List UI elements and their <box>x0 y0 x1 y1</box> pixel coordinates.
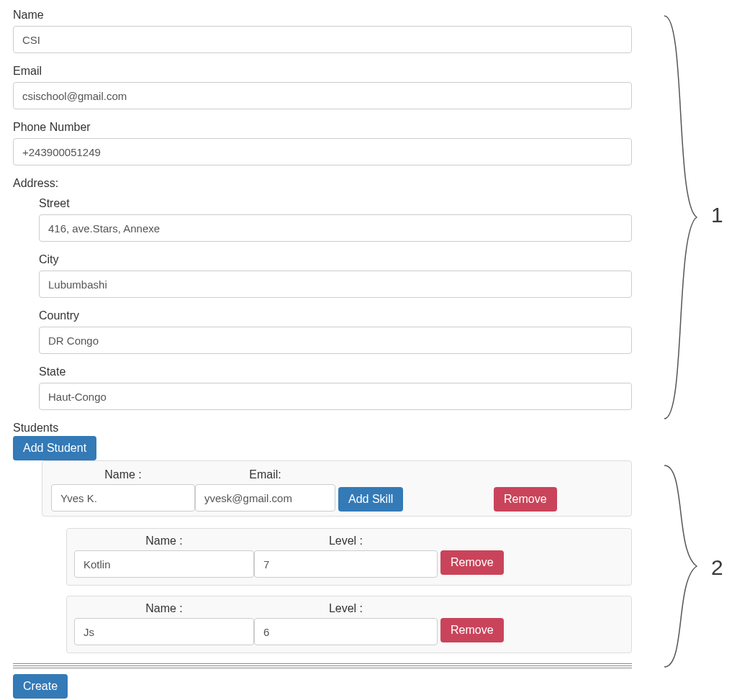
country-input[interactable] <box>39 327 632 354</box>
student-name-input[interactable] <box>51 484 195 512</box>
skill-level-input[interactable] <box>254 550 438 578</box>
add-student-button[interactable]: Add Student <box>13 436 96 460</box>
skill-name-input[interactable] <box>74 550 254 578</box>
phone-input[interactable] <box>13 138 632 165</box>
remove-skill-button[interactable]: Remove <box>440 550 504 575</box>
city-label: City <box>39 253 632 266</box>
add-skill-button[interactable]: Add Skill <box>338 487 403 512</box>
name-label: Name <box>13 9 632 22</box>
street-input[interactable] <box>39 214 632 242</box>
remove-student-button[interactable]: Remove <box>494 487 557 512</box>
annotation-label-1: 1 <box>711 203 723 227</box>
state-input[interactable] <box>39 383 632 410</box>
phone-label: Phone Number <box>13 121 632 134</box>
remove-skill-button[interactable]: Remove <box>440 618 504 642</box>
skill-level-header: Level : <box>254 602 438 618</box>
student-email-header: Email: <box>195 468 335 484</box>
skill-name-input[interactable] <box>74 618 254 645</box>
skill-name-header: Name : <box>74 602 254 618</box>
annotation-brace-2 <box>661 465 704 670</box>
skill-level-input[interactable] <box>254 618 438 645</box>
skill-card: Name : Level : Remove <box>66 528 632 586</box>
student-name-header: Name : <box>51 468 195 484</box>
country-label: Country <box>39 309 632 322</box>
skill-name-header: Name : <box>74 535 254 550</box>
students-heading: Students <box>13 422 632 435</box>
state-label: State <box>39 365 632 378</box>
email-label: Email <box>13 65 632 78</box>
student-email-input[interactable] <box>195 484 335 512</box>
skill-card: Name : Level : Remove <box>66 596 632 653</box>
name-input[interactable] <box>13 26 632 53</box>
skill-level-header: Level : <box>254 535 438 550</box>
email-input[interactable] <box>13 82 632 109</box>
student-card: Name : Email: Add Skill Remove <box>42 460 632 517</box>
address-heading: Address: <box>13 177 632 190</box>
street-label: Street <box>39 197 632 210</box>
city-input[interactable] <box>39 271 632 298</box>
annotation-label-2: 2 <box>711 555 723 580</box>
divider-lines <box>13 663 632 668</box>
create-button[interactable]: Create <box>13 674 68 699</box>
annotation-brace-1 <box>661 16 704 422</box>
